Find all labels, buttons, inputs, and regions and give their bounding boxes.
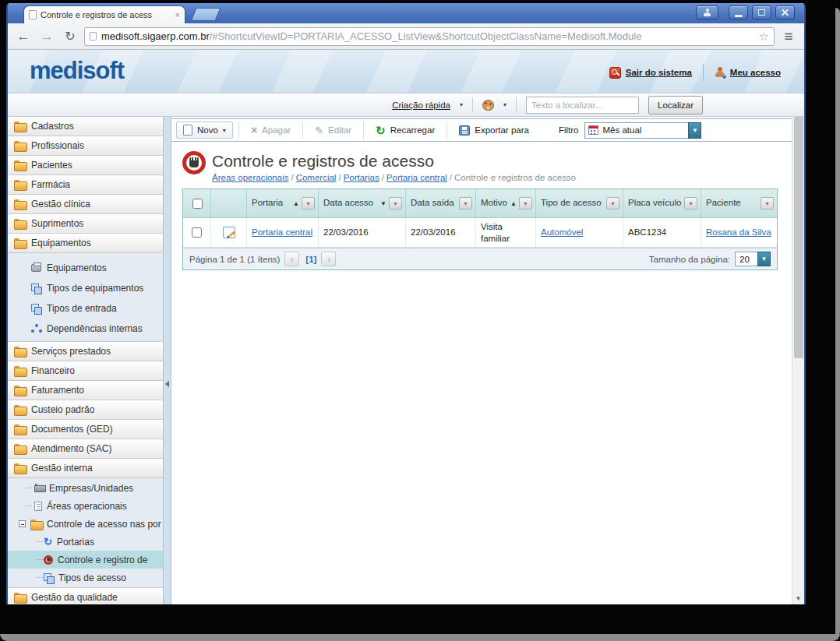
sidebar-item-tipos-de-acesso[interactable]: Tipos de acesso [8, 569, 163, 586]
dropdown-arrow-icon[interactable]: ▼ [757, 252, 771, 266]
breadcrumb-link-comercial[interactable]: Comercial [296, 173, 337, 182]
theme-palette-icon[interactable] [482, 100, 494, 111]
sidebar-group-suprimentos[interactable]: Suprimentos [8, 214, 163, 234]
sidebar-group-servicos-prestados[interactable]: Serviços prestados [8, 342, 163, 361]
sidebar-splitter[interactable] [163, 117, 171, 604]
breadcrumb-link-portarias[interactable]: Portarias [344, 173, 379, 182]
sidebar-group-custeio-padrao[interactable]: Custeio padrão [8, 400, 163, 420]
reload-button[interactable]: ↻ Recarregar [369, 122, 441, 139]
sidebar-group-atendimento-sac[interactable]: Atendimento (SAC) [8, 439, 163, 459]
sidebar-item-tipos-de-equipamentos[interactable]: Tipos de equipamentos [8, 278, 163, 298]
sidebar-group-farmacia[interactable]: Farmácia [8, 175, 163, 195]
sidebar-group-cadastros[interactable]: Cadastros [8, 117, 163, 136]
tree-connector [25, 488, 32, 488]
column-filter-button[interactable]: ▼ [459, 197, 472, 210]
column-header-tipo-de-acesso[interactable]: Tipo de acesso▼ [536, 189, 623, 217]
search-input[interactable] [526, 97, 639, 114]
list-icon [34, 502, 42, 511]
column-filter-button[interactable]: ▼ [389, 197, 402, 210]
main-area: Cadastros Profissionais Pacientes Farmác… [8, 117, 804, 604]
bookmark-star-icon[interactable]: ☆ [759, 30, 769, 44]
sidebar-item-controle-de-acesso[interactable]: Controle de acesso nas por [8, 515, 163, 533]
address-bar[interactable]: medisoft.sigaerp.com.br/#ShortcutViewID=… [84, 27, 775, 46]
sidebar-item-tipos-de-entrada[interactable]: Tipos de entrada [8, 298, 163, 319]
sidebar-item-equipamentos[interactable]: Equipamentos [8, 258, 163, 278]
sidebar-group-gestao-clinica[interactable]: Gestão clínica [8, 195, 163, 214]
breadcrumb-link-areas-operacionais[interactable]: Áreas operacionais [212, 173, 288, 182]
new-page-icon [183, 125, 192, 136]
select-all-checkbox[interactable] [192, 199, 203, 209]
filter-dropdown[interactable]: Mês atual ▼ [584, 122, 701, 139]
column-filter-button[interactable]: ▼ [606, 197, 619, 210]
next-page-button[interactable]: › [321, 252, 336, 266]
quick-create-link[interactable]: Criação rápida [392, 100, 450, 110]
sidebar-group-documentos-ged[interactable]: Documentos (GED) [8, 420, 163, 439]
edit-button[interactable]: ✎ Editar [309, 123, 358, 138]
prev-page-button[interactable]: ‹ [284, 252, 299, 266]
column-header-paciente[interactable]: Paciente▼ [701, 189, 777, 217]
column-filter-button[interactable]: ▼ [302, 197, 315, 210]
reload-icon[interactable]: ↻ [61, 30, 79, 43]
divider [363, 122, 364, 139]
sidebar-group-gestao-interna[interactable]: Gestão interna [8, 459, 163, 478]
edit-record-icon[interactable] [223, 227, 235, 238]
column-filter-button[interactable]: ▼ [519, 197, 532, 210]
new-button[interactable]: Novo ▾ [176, 122, 233, 139]
browser-profile-button[interactable] [696, 5, 718, 19]
collapse-expander-icon[interactable] [19, 520, 26, 527]
chevron-down-icon[interactable]: ▾ [460, 101, 463, 108]
row-checkbox[interactable] [192, 227, 202, 238]
my-access-link[interactable]: Meu acesso [715, 67, 781, 78]
sidebar-group-financeiro[interactable]: Financeiro [8, 361, 163, 381]
column-header-data-saida[interactable]: Data saída▼ [406, 189, 476, 217]
sidebar-group-faturamento[interactable]: Faturamento [8, 381, 163, 400]
new-tab-button[interactable] [191, 8, 221, 21]
portaria-link[interactable]: Portaria central [252, 227, 312, 238]
export-button[interactable]: Exportar para [453, 123, 535, 138]
close-button[interactable] [775, 5, 795, 19]
column-header-portaria[interactable]: Portaria▲▼ [247, 189, 319, 217]
scroll-down-icon[interactable]: ▼ [792, 592, 804, 604]
current-page[interactable]: [1] [305, 255, 316, 264]
sidebar-item-portarias[interactable]: ↻Portarias [8, 533, 163, 551]
sidebar-group-equipamentos[interactable]: Equipamentos [8, 234, 163, 253]
minimize-button[interactable] [729, 5, 748, 19]
cubes-icon [44, 573, 54, 583]
vertical-scrollbar[interactable]: ▼ [792, 117, 804, 604]
browser-window: Controle e registros de acess × ← → ↻ me… [6, 3, 806, 604]
sidebar-group-gestao-da-qualidade[interactable]: Gestão da qualidade [8, 588, 163, 604]
column-header-placa-veiculo[interactable]: Placa veículo▼ [623, 189, 701, 217]
scrollbar-thumb[interactable] [794, 117, 803, 358]
chevron-down-icon[interactable]: ▾ [503, 101, 506, 108]
sidebar-item-controle-e-registro[interactable]: Controle e registro de [8, 551, 163, 569]
person-icon [703, 9, 711, 16]
column-header-data-acesso[interactable]: Data acesso▼▼ [319, 189, 406, 217]
sidebar-item-empresas-unidades[interactable]: Empresas/Unidades [8, 479, 163, 497]
search-button[interactable]: Localizar [648, 96, 703, 114]
sidebar-item-areas-operacionais[interactable]: Áreas operacionais [8, 497, 163, 515]
back-icon[interactable]: ← [14, 30, 33, 43]
sidebar-group-profissionais[interactable]: Profissionais [8, 136, 163, 156]
app-header: medisoft Sair do sistema Meu acesso [8, 50, 804, 93]
delete-button[interactable]: × Apagar [245, 122, 297, 138]
forward-icon[interactable]: → [37, 30, 56, 43]
breadcrumb-link-portaria-central[interactable]: Portaria central [386, 173, 447, 182]
pager-bar: Página 1 de 1 (1 ítens) ‹ [1] › Tamanho … [183, 248, 777, 269]
column-filter-button[interactable]: ▼ [684, 197, 697, 210]
tab-close-icon[interactable]: × [175, 11, 180, 19]
chevron-down-icon[interactable]: ▾ [223, 127, 226, 134]
app-logo: medisoft [30, 57, 124, 85]
sidebar-item-dependencias-internas[interactable]: Dependências internas [8, 319, 163, 339]
page-size-dropdown[interactable]: 20 ▼ [735, 252, 771, 266]
logout-link[interactable]: Sair do sistema [609, 67, 692, 79]
dropdown-arrow-icon[interactable]: ▼ [688, 122, 701, 139]
browser-tab[interactable]: Controle e registros de acess × [23, 5, 185, 23]
column-header-motivo[interactable]: Motivo▲▼ [476, 189, 536, 217]
list-toolbar: Novo ▾ × Apagar ✎ Editar ↻ Recarregar [171, 118, 792, 142]
paciente-link[interactable]: Rosana da Silva [706, 227, 771, 238]
sidebar-group-pacientes[interactable]: Pacientes [8, 156, 163, 175]
restore-button[interactable] [752, 5, 771, 19]
tipo-acesso-link[interactable]: Automóvel [541, 227, 583, 238]
column-filter-button[interactable]: ▼ [761, 197, 774, 210]
browser-menu-icon[interactable]: ≡ [779, 28, 798, 45]
